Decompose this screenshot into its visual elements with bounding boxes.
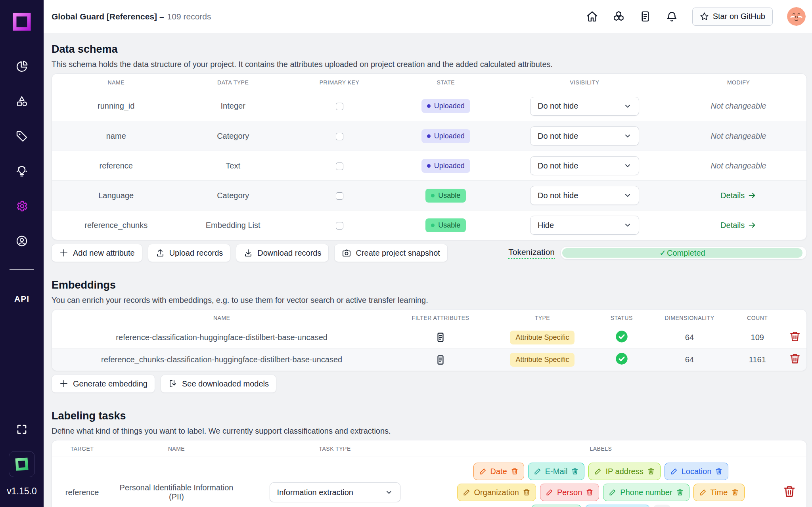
see-downloaded-models-button[interactable]: See downloaded models <box>161 375 276 393</box>
label-chip[interactable]: E-Mail <box>528 463 585 480</box>
label-chip[interactable]: Time <box>693 484 745 501</box>
primary-key-checkbox[interactable] <box>336 222 343 230</box>
tokenization-progress-fill: ✓Completed <box>562 248 802 258</box>
generate-embedding-button[interactable]: Generate embedding <box>52 375 155 393</box>
page-title: Global Guard [References] – 109 records <box>52 12 211 21</box>
add-attribute-button[interactable]: Add new attribute <box>52 244 142 262</box>
user-icon[interactable] <box>15 235 28 247</box>
sidebar-divider <box>10 269 34 270</box>
create-snapshot-button[interactable]: Create project snapshot <box>334 244 447 262</box>
sidebar-nav <box>15 60 28 247</box>
label-chip[interactable]: Location <box>665 463 729 480</box>
visibility-select[interactable]: Do not hide <box>530 156 639 175</box>
col-name: NAME <box>52 315 391 321</box>
edit-label-icon[interactable] <box>534 467 542 475</box>
modules-icon[interactable] <box>613 10 625 23</box>
edit-label-icon[interactable] <box>463 488 471 496</box>
visibility-select[interactable]: Hide <box>530 216 639 235</box>
edit-label-icon[interactable] <box>479 467 487 475</box>
delete-label-icon[interactable] <box>571 467 579 475</box>
col-target: TARGET <box>52 446 112 452</box>
edit-label-icon[interactable] <box>594 467 602 475</box>
table-row: reference Text Uploaded Do not hide Not … <box>52 151 806 180</box>
app-logo[interactable] <box>10 10 33 35</box>
project-title: Global Guard [References] – <box>52 12 164 21</box>
primary-key-checkbox[interactable] <box>336 163 343 170</box>
delete-label-icon[interactable] <box>731 488 739 496</box>
settings-icon[interactable] <box>15 200 28 212</box>
primary-key-checkbox[interactable] <box>336 133 343 140</box>
table-row: reference_chunks Embedding List Usable H… <box>52 210 806 240</box>
labeling-header-row: TARGET NAME TASK TYPE LABELS <box>52 440 806 457</box>
visibility-select[interactable]: Do not hide <box>530 126 639 145</box>
embedding-type-badge: Attribute Specific <box>510 353 575 367</box>
add-label-button[interactable] <box>654 505 670 507</box>
label-chip[interactable]: Date <box>473 463 524 480</box>
primary-key-checkbox[interactable] <box>336 192 343 200</box>
delete-embedding-icon[interactable] <box>789 331 801 342</box>
attribute-name: name <box>52 132 180 141</box>
labeling-icon[interactable] <box>15 130 28 143</box>
primary-key-checkbox[interactable] <box>336 103 343 110</box>
attribute-name: reference <box>52 161 180 170</box>
camera-icon <box>342 248 351 258</box>
edit-label-icon[interactable] <box>699 488 707 496</box>
details-link[interactable]: Details <box>720 191 756 200</box>
filter-attributes-icon[interactable] <box>435 354 446 365</box>
chevron-down-icon <box>385 488 393 496</box>
avatar[interactable] <box>787 7 806 26</box>
delete-embedding-icon[interactable] <box>789 353 801 365</box>
model-download-icon <box>168 379 178 388</box>
home-icon[interactable] <box>586 10 598 23</box>
download-records-button[interactable]: Download records <box>236 244 329 262</box>
filter-attributes-icon[interactable] <box>435 332 446 343</box>
details-link[interactable]: Details <box>720 221 756 230</box>
embedding-dimensionality: 64 <box>648 355 731 364</box>
label-chip[interactable]: Phone number <box>603 484 689 501</box>
data-browser-icon[interactable] <box>15 95 28 108</box>
delete-label-icon[interactable] <box>523 488 530 496</box>
data-schema-heading: Data schema <box>52 42 807 56</box>
kern-logo[interactable] <box>9 451 35 477</box>
visibility-select[interactable]: Do not hide <box>530 186 639 205</box>
edit-label-icon[interactable] <box>546 488 553 496</box>
edit-label-icon[interactable] <box>609 488 617 496</box>
fullscreen-icon[interactable] <box>16 423 28 435</box>
col-count: COUNT <box>731 315 784 321</box>
notes-icon[interactable] <box>639 10 651 23</box>
delete-label-icon[interactable] <box>511 467 519 475</box>
label-chip[interactable]: IP address <box>588 463 660 480</box>
modify-static: Not changeable <box>670 161 806 170</box>
bell-icon[interactable] <box>666 10 678 23</box>
content: Data schema This schema holds the data s… <box>44 33 812 507</box>
label-chip[interactable]: Zip code <box>585 505 650 507</box>
data-schema-header-row: NAME DATA TYPE PRIMARY KEY STATE VISIBIL… <box>52 74 806 91</box>
col-task-type: TASK TYPE <box>241 446 429 452</box>
edit-label-icon[interactable] <box>670 467 678 475</box>
attribute-type: Category <box>180 191 286 200</box>
col-type: TYPE <box>490 315 595 321</box>
tokenization-progress-bar: ✓Completed <box>560 246 807 260</box>
chevron-down-icon <box>624 132 632 140</box>
label-chip[interactable]: URL <box>531 505 581 507</box>
upload-records-button[interactable]: Upload records <box>148 244 231 262</box>
col-filter-attributes: FILTER ATTRIBUTES <box>391 315 489 321</box>
delete-task-icon[interactable] <box>783 485 796 498</box>
delete-label-icon[interactable] <box>586 488 594 496</box>
delete-label-icon[interactable] <box>715 467 723 475</box>
visibility-select[interactable]: Do not hide <box>530 97 639 116</box>
label-chip[interactable]: Person <box>540 484 599 501</box>
task-type-select[interactable]: Information extraction <box>270 482 400 502</box>
label-chip[interactable]: Organization <box>457 484 536 501</box>
tokenization-label[interactable]: Tokenization <box>508 247 555 259</box>
heuristics-icon[interactable] <box>15 165 28 178</box>
table-row: name Category Uploaded Do not hide Not c… <box>52 121 806 151</box>
api-link[interactable]: API <box>14 294 29 304</box>
embeddings-table: NAME FILTER ATTRIBUTES TYPE STATUS DIMEN… <box>52 309 807 371</box>
overview-icon[interactable] <box>15 60 28 73</box>
delete-label-icon[interactable] <box>676 488 684 496</box>
status-success-icon <box>615 330 628 343</box>
star-on-github-button[interactable]: Star on GitHub <box>692 8 773 26</box>
delete-label-icon[interactable] <box>647 467 655 475</box>
state-badge: Uploaded <box>421 159 470 173</box>
